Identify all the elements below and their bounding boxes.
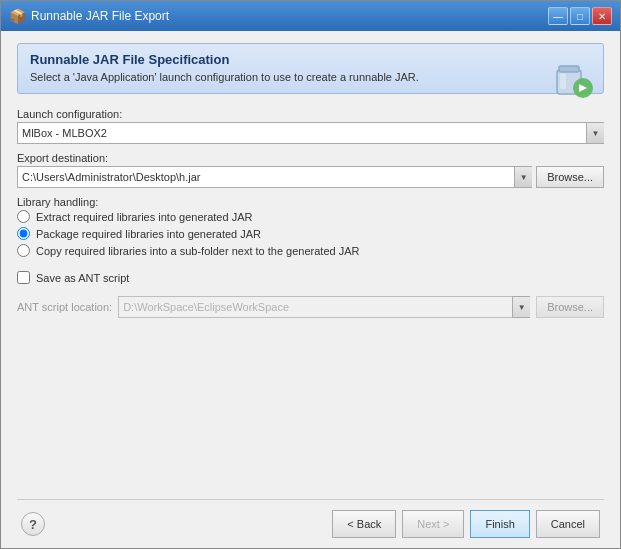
- button-bar-right: < Back Next > Finish Cancel: [332, 510, 600, 538]
- cancel-button[interactable]: Cancel: [536, 510, 600, 538]
- section-title: Runnable JAR File Specification: [30, 52, 591, 67]
- launch-config-combo-wrapper: MlBox - MLBOX2 ▼: [17, 122, 604, 144]
- radio-package[interactable]: [17, 227, 30, 240]
- ant-location-row: ANT script location: D:\WorkSpace\Eclips…: [17, 296, 604, 318]
- svg-rect-2: [560, 73, 566, 89]
- radio-extract-label[interactable]: Extract required libraries into generate…: [17, 210, 604, 223]
- back-button[interactable]: < Back: [332, 510, 396, 538]
- library-handling-section: Library handling: Extract required libra…: [17, 196, 604, 257]
- radio-copy-label[interactable]: Copy required libraries into a sub-folde…: [17, 244, 604, 257]
- divider: [17, 499, 604, 500]
- radio-extract-text: Extract required libraries into generate…: [36, 211, 252, 223]
- jar-icon: [545, 52, 593, 100]
- close-button[interactable]: ✕: [592, 7, 612, 25]
- form-area: Launch configuration: MlBox - MLBOX2 ▼ E…: [17, 108, 604, 491]
- title-bar-buttons: — □ ✕: [548, 7, 612, 25]
- export-dest-section: Export destination: C:\Users\Administrat…: [17, 152, 604, 188]
- export-dest-browse-button[interactable]: Browse...: [536, 166, 604, 188]
- ant-location-select: D:\WorkSpace\EclipseWorkSpace: [118, 296, 530, 318]
- window-icon: 📦: [9, 8, 25, 24]
- ant-location-label: ANT script location:: [17, 301, 112, 313]
- save-ant-checkbox[interactable]: [17, 271, 30, 284]
- button-bar: ? < Back Next > Finish Cancel: [17, 510, 604, 538]
- launch-config-section: Launch configuration: MlBox - MLBOX2 ▼: [17, 108, 604, 144]
- radio-package-text: Package required libraries into generate…: [36, 228, 261, 240]
- save-ant-label[interactable]: Save as ANT script: [36, 272, 129, 284]
- export-dest-combo-wrapper: C:\Users\Administrator\Desktop\h.jar ▼: [17, 166, 532, 188]
- radio-copy-text: Copy required libraries into a sub-folde…: [36, 245, 359, 257]
- title-bar-left: 📦 Runnable JAR File Export: [9, 8, 169, 24]
- maximize-button[interactable]: □: [570, 7, 590, 25]
- library-handling-radio-group: Extract required libraries into generate…: [17, 210, 604, 257]
- export-dest-label: Export destination:: [17, 152, 604, 164]
- button-bar-left: ?: [21, 512, 45, 536]
- launch-config-label: Launch configuration:: [17, 108, 604, 120]
- export-dest-select[interactable]: C:\Users\Administrator\Desktop\h.jar: [17, 166, 532, 188]
- radio-copy[interactable]: [17, 244, 30, 257]
- export-dest-row: C:\Users\Administrator\Desktop\h.jar ▼ B…: [17, 166, 604, 188]
- svg-rect-1: [559, 66, 579, 72]
- window: 📦 Runnable JAR File Export — □ ✕ Runnabl…: [0, 0, 621, 549]
- radio-package-label[interactable]: Package required libraries into generate…: [17, 227, 604, 240]
- help-button[interactable]: ?: [21, 512, 45, 536]
- title-bar: 📦 Runnable JAR File Export — □ ✕: [1, 1, 620, 31]
- library-handling-label: Library handling:: [17, 196, 604, 208]
- launch-config-select[interactable]: MlBox - MLBOX2: [17, 122, 604, 144]
- section-description: Select a 'Java Application' launch confi…: [30, 71, 591, 83]
- window-title: Runnable JAR File Export: [31, 9, 169, 23]
- finish-button[interactable]: Finish: [470, 510, 529, 538]
- save-ant-row: Save as ANT script: [17, 271, 604, 284]
- ant-location-combo-wrapper: D:\WorkSpace\EclipseWorkSpace ▼: [118, 296, 530, 318]
- section-header: Runnable JAR File Specification Select a…: [17, 43, 604, 94]
- minimize-button[interactable]: —: [548, 7, 568, 25]
- content-area: Runnable JAR File Specification Select a…: [1, 31, 620, 548]
- ant-browse-button: Browse...: [536, 296, 604, 318]
- radio-extract[interactable]: [17, 210, 30, 223]
- next-button[interactable]: Next >: [402, 510, 464, 538]
